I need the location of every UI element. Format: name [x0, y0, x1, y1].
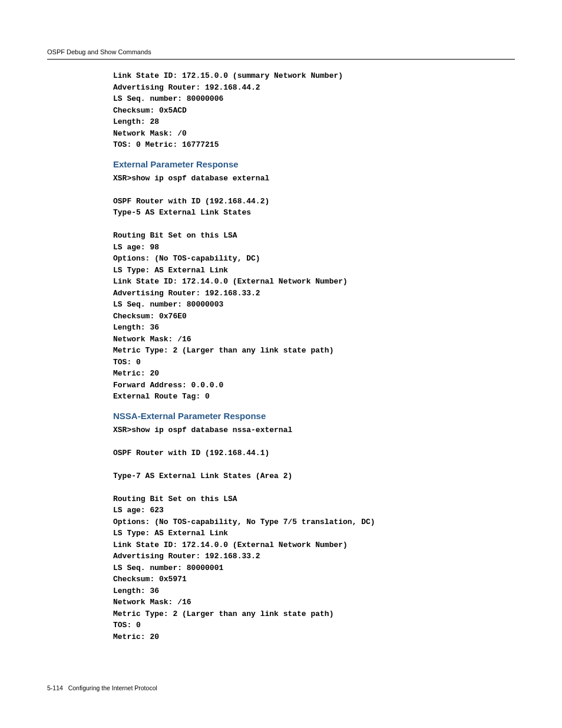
- code-block-2: OSPF Router with ID (192.168.44.2) Type-…: [113, 196, 515, 403]
- spacer: [113, 184, 515, 196]
- page-footer: 5-114 Configuring the Internet Protocol: [47, 684, 157, 691]
- page-body: OSPF Debug and Show Commands Link State …: [0, 0, 562, 666]
- code-block-1: Link State ID: 172.15.0.0 (summary Netwo…: [113, 70, 515, 151]
- footer-label: Configuring the Internet Protocol: [68, 684, 157, 691]
- code-block-3: OSPF Router with ID (192.168.44.1) Type-…: [113, 447, 515, 643]
- content-area: Link State ID: 172.15.0.0 (summary Netwo…: [113, 70, 515, 643]
- spacer: [113, 436, 515, 447]
- page-header-title: OSPF Debug and Show Commands: [47, 48, 515, 60]
- heading-external-param: External Parameter Response: [113, 159, 515, 169]
- heading-nssa-external-param: NSSA-External Parameter Response: [113, 411, 515, 421]
- code-command-2: XSR>show ip ospf database external: [113, 173, 515, 185]
- page-number: 5-114: [47, 684, 63, 691]
- code-command-3: XSR>show ip ospf database nssa-external: [113, 424, 515, 436]
